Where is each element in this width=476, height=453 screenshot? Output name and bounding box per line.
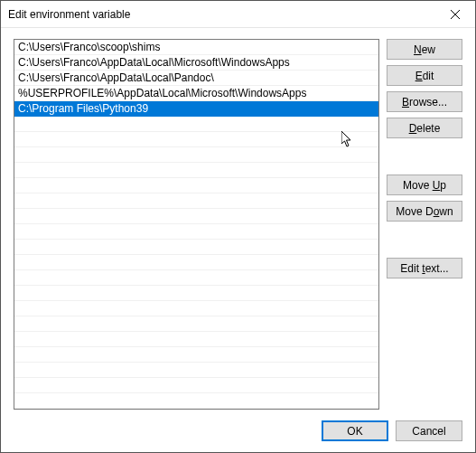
list-empty-row [14,301,378,316]
edit-text-button[interactable]: Edit text... [387,258,462,278]
list-empty-row [14,117,378,132]
edit-button[interactable]: Edit [387,65,462,86]
window-title: Edit environment variable [8,8,130,21]
list-item[interactable]: C:\Users\Franco\scoop\shims [14,40,378,55]
list-empty-row [14,224,378,240]
dialog-window: Edit environment variable C:\Users\Franc… [0,0,476,453]
cancel-button[interactable]: Cancel [396,420,462,441]
list-item[interactable]: %USERPROFILE%\AppData\Local\Microsoft\Wi… [14,86,378,101]
list-empty-row [14,332,378,347]
list-empty-row [14,240,378,255]
list-empty-row [14,286,378,301]
list-item[interactable]: C:\Program Files\Python39 [14,101,378,117]
list-empty-row [14,178,378,193]
delete-button[interactable]: Delete [387,118,462,138]
list-empty-row [14,270,378,286]
list-empty-row [14,132,378,147]
list-empty-row [14,378,378,393]
spacer [387,227,462,252]
list-item[interactable]: C:\Users\Franco\AppData\Local\Pandoc\ [14,71,378,86]
new-button[interactable]: New [387,39,462,60]
footer: OK Cancel [1,410,475,452]
list-empty-row [14,193,378,209]
list-empty-row [14,393,378,409]
move-down-button[interactable]: Move Down [387,201,462,222]
titlebar: Edit environment variable [1,1,475,28]
list-item[interactable]: C:\Users\Franco\AppData\Local\Microsoft\… [14,55,378,71]
browse-button[interactable]: Browse... [387,91,462,112]
close-button[interactable] [434,1,475,27]
content-area: C:\Users\Franco\scoop\shimsC:\Users\Fran… [1,28,475,410]
button-sidebar: New Edit Browse... Delete Move Up Move D… [387,39,462,410]
list-empty-row [14,209,378,224]
list-empty-row [14,316,378,332]
list-empty-row [14,347,378,363]
list-empty-row [14,363,378,378]
ok-button[interactable]: OK [322,420,388,441]
path-listbox[interactable]: C:\Users\Franco\scoop\shimsC:\Users\Fran… [14,39,379,410]
list-empty-row [14,255,378,270]
close-icon [451,10,460,19]
move-up-button[interactable]: Move Up [387,175,462,195]
list-empty-row [14,163,378,178]
spacer [387,144,462,169]
list-empty-row [14,147,378,163]
